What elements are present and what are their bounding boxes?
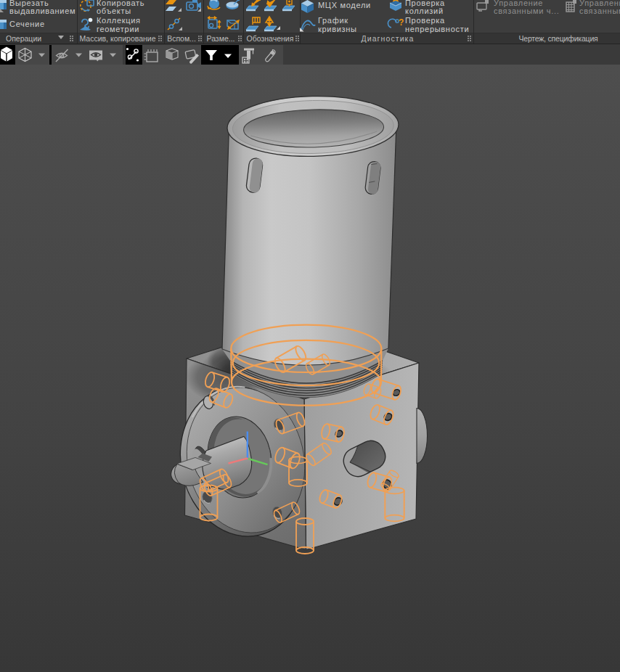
svg-text:?: ? xyxy=(399,17,404,28)
